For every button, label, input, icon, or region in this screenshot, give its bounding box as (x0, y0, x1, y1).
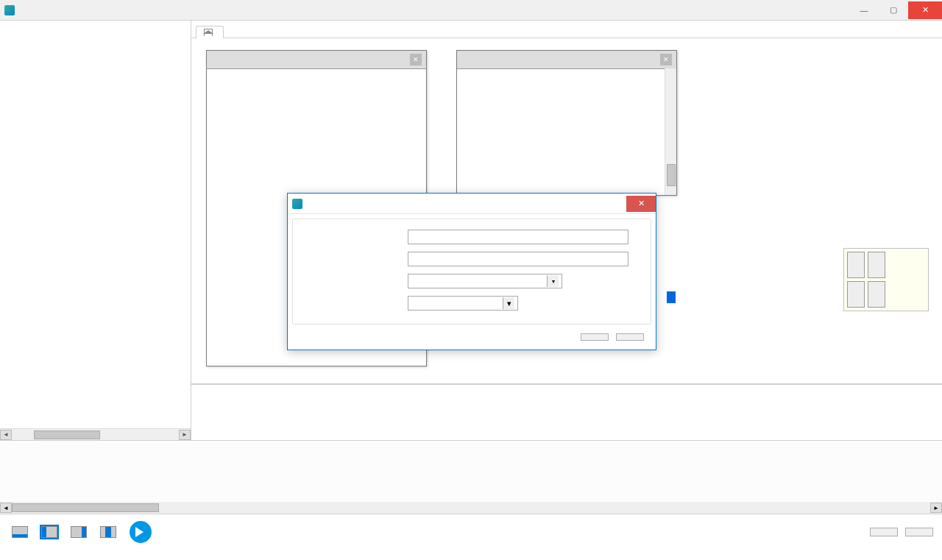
layout-view-3[interactable] (68, 522, 90, 542)
dialog-icon (292, 199, 302, 209)
data-preview-grid[interactable]: ◄ ► (0, 440, 942, 514)
footer-save-button[interactable] (870, 528, 898, 536)
tab-bar (191, 21, 942, 38)
window-titlebar: — ▢ ✕ (0, 0, 942, 21)
table2-close-icon[interactable]: ✕ (660, 54, 672, 65)
dialog-close-button[interactable]: ✕ (626, 196, 656, 212)
tables-tree[interactable] (7, 21, 191, 435)
chevron-down-icon[interactable]: ▾ (547, 275, 559, 287)
close-button[interactable]: ✕ (908, 1, 942, 19)
tab-main[interactable] (196, 26, 224, 38)
scroll-thumb[interactable] (12, 503, 159, 512)
preview-hscrollbar[interactable]: ◄ ► (0, 502, 942, 514)
minimap[interactable] (843, 248, 929, 311)
output-columns-grid[interactable] (191, 384, 942, 440)
scroll-right-icon[interactable]: ► (179, 430, 191, 440)
scroll-left-icon[interactable]: ◄ (0, 430, 12, 440)
run-button[interactable] (130, 521, 152, 543)
minimize-button[interactable]: — (849, 1, 879, 19)
table1-close-icon[interactable]: ✕ (410, 54, 422, 65)
chevron-down-icon[interactable]: ▾ (503, 297, 514, 309)
combo-type[interactable]: ▾ (408, 296, 518, 311)
dialog-cancel-button[interactable] (616, 333, 644, 341)
app-icon (4, 5, 15, 15)
tables-tree-sidebar: ◄ ► (0, 21, 191, 440)
scroll-left-icon[interactable]: ◄ (0, 503, 12, 513)
table-clcard[interactable]: ✕ (456, 50, 677, 196)
layout-view-2[interactable] (38, 522, 60, 542)
table2-vscroll[interactable] (665, 68, 676, 195)
table2-selection-marker (667, 291, 676, 303)
footer-cancel-button[interactable] (905, 528, 933, 536)
layout-view-1[interactable] (9, 522, 31, 542)
input-name[interactable] (408, 230, 628, 244)
combo-proc[interactable]: ▾ (408, 274, 562, 288)
save-as-dialog: ✕ ▾ ▾ (287, 193, 656, 350)
footer-toolbar (0, 514, 942, 549)
home-icon (204, 29, 213, 36)
sidebar-hscrollbar[interactable]: ◄ ► (0, 428, 191, 440)
scroll-right-icon[interactable]: ► (930, 503, 942, 513)
dialog-save-button[interactable] (581, 333, 609, 341)
scroll-thumb[interactable] (34, 430, 100, 439)
maximize-button[interactable]: ▢ (879, 1, 908, 19)
input-desc[interactable] (408, 252, 628, 266)
layout-view-4[interactable] (97, 522, 119, 542)
